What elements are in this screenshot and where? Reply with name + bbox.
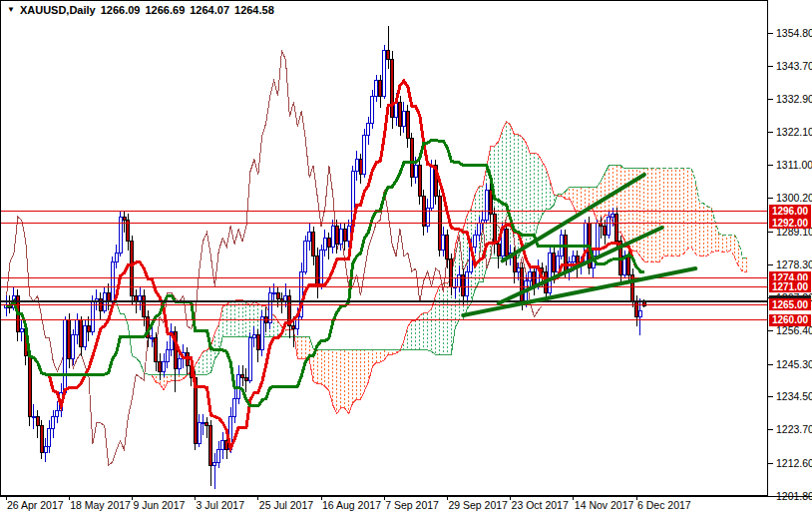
svg-text:1278.30: 1278.30 (776, 258, 812, 270)
svg-text:1343.70: 1343.70 (776, 60, 812, 72)
svg-text:1311.00: 1311.00 (776, 159, 812, 171)
svg-text:1201.80: 1201.80 (776, 490, 812, 502)
svg-text:29 Sep 2017: 29 Sep 2017 (448, 499, 508, 511)
svg-text:1332.90: 1332.90 (776, 93, 812, 105)
svg-text:1296.00: 1296.00 (772, 206, 809, 217)
svg-text:1292.00: 1292.00 (772, 218, 809, 229)
ohlc-high: 1266.69 (145, 4, 185, 16)
svg-text:1265.00: 1265.00 (772, 299, 809, 310)
price-chart-canvas[interactable]: 1354.801343.701332.901322.101311.001300.… (0, 0, 812, 513)
svg-text:1223.70: 1223.70 (776, 423, 812, 435)
svg-text:1260.00: 1260.00 (772, 314, 809, 325)
svg-text:9 Jun 2017: 9 Jun 2017 (133, 499, 185, 511)
ohlc-close: 1264.58 (234, 4, 274, 16)
svg-text:6 Dec 2017: 6 Dec 2017 (637, 499, 691, 511)
symbol-collapse-icon[interactable]: ▼ (7, 5, 15, 14)
svg-text:26 Apr 2017: 26 Apr 2017 (7, 499, 64, 511)
mt4-chart-window: ▼ XAUUSD,Daily 1266.09 1266.69 1264.07 1… (0, 0, 812, 513)
svg-text:1300.20: 1300.20 (776, 192, 812, 204)
ohlc-low: 1264.07 (190, 4, 229, 16)
svg-text:23 Oct 2017: 23 Oct 2017 (512, 499, 569, 511)
svg-text:25 Jul 2017: 25 Jul 2017 (259, 499, 313, 511)
symbol-period-label: XAUUSD,Daily (20, 4, 96, 16)
svg-text:1212.60: 1212.60 (776, 457, 812, 469)
svg-text:1234.50: 1234.50 (776, 390, 812, 402)
svg-text:18 May 2017: 18 May 2017 (70, 499, 131, 511)
svg-text:16 Aug 2017: 16 Aug 2017 (322, 499, 381, 511)
svg-text:1271.00: 1271.00 (772, 281, 809, 292)
svg-text:1256.40: 1256.40 (776, 324, 812, 336)
svg-text:14 Nov 2017: 14 Nov 2017 (575, 499, 634, 511)
svg-text:1245.30: 1245.30 (776, 358, 812, 370)
svg-text:1354.80: 1354.80 (776, 27, 812, 39)
chart-title-bar: ▼ XAUUSD,Daily 1266.09 1266.69 1264.07 1… (7, 4, 274, 16)
svg-text:3 Jul 2017: 3 Jul 2017 (197, 499, 245, 511)
ohlc-open: 1266.09 (101, 4, 141, 16)
svg-text:7 Sep 2017: 7 Sep 2017 (385, 499, 439, 511)
svg-text:1322.10: 1322.10 (776, 126, 812, 138)
